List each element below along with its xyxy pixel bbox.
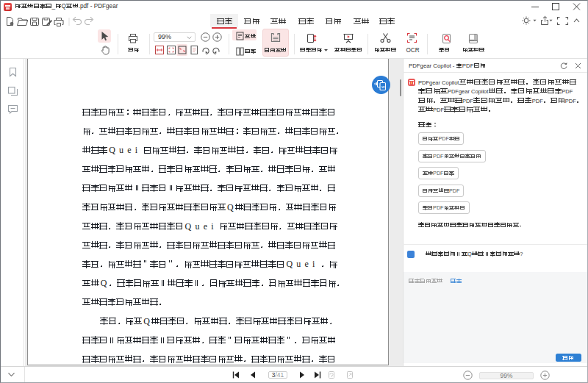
svg-text:w: w — [380, 85, 384, 89]
